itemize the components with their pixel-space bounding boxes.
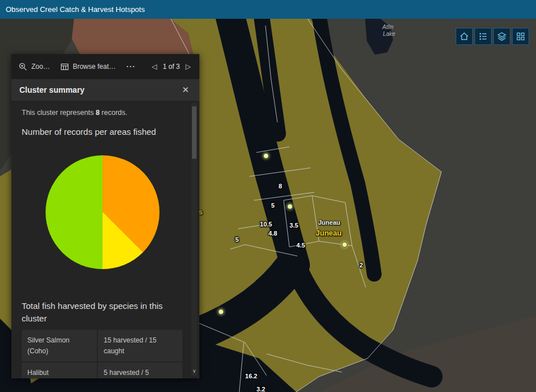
- legend-icon: [478, 31, 488, 42]
- pie-chart[interactable]: [46, 155, 159, 269]
- popup-title: Cluster summary: [19, 85, 84, 94]
- layers-button[interactable]: [493, 28, 510, 45]
- table-row: Silver Salmon (Coho)15 harvested / 15 ca…: [22, 330, 182, 361]
- map-canvas[interactable]: 8510.54.83.54.55216.23.2AtlinLakeJuneauJ…: [0, 19, 536, 392]
- chevron-right-icon: ▷: [186, 63, 191, 71]
- ellipsis-icon: ⋯: [126, 64, 136, 69]
- browse-features-label: Browse feat…: [73, 63, 116, 71]
- home-icon: [459, 31, 469, 42]
- basemap-icon: [515, 31, 526, 42]
- next-feature-button[interactable]: ▷: [184, 61, 193, 72]
- home-button[interactable]: [456, 28, 473, 45]
- popup-toolbar: Zoo… Browse feat… ⋯ ◁ 1 of 3 ▷: [11, 54, 199, 79]
- basemap-button[interactable]: [512, 28, 529, 45]
- species-cell: Silver Salmon (Coho): [22, 330, 97, 361]
- legend-button[interactable]: [474, 28, 492, 45]
- chevron-left-icon: ◁: [152, 63, 157, 71]
- close-icon: ✕: [182, 85, 189, 94]
- more-options-button[interactable]: ⋯: [121, 54, 141, 79]
- species-cell: Halibut: [22, 362, 97, 378]
- record-count: 8: [96, 109, 100, 117]
- popup-scrollbar[interactable]: ∨: [191, 103, 197, 376]
- layers-icon: [497, 31, 507, 42]
- scrollbar-thumb[interactable]: [192, 106, 197, 159]
- zoom-to-label: Zoo…: [31, 63, 50, 71]
- close-button[interactable]: ✕: [179, 84, 191, 96]
- cluster-summary-text: This cluster represents 8 records.: [22, 109, 182, 117]
- popup-header: Cluster summary ✕: [11, 79, 199, 101]
- table-icon: [60, 63, 69, 71]
- pagination-label: 1 of 3: [163, 63, 180, 71]
- prev-feature-button[interactable]: ◁: [150, 61, 159, 72]
- species-table: Silver Salmon (Coho)15 harvested / 15 ca…: [22, 330, 182, 378]
- chart-title: Number of records per areas fished: [22, 126, 181, 138]
- species-table-title: Total fish harvested by species in this …: [22, 300, 181, 325]
- map-toolbar: [456, 28, 529, 45]
- scroll-down-arrow[interactable]: ∨: [191, 368, 197, 375]
- harvest-value-cell: 5 harvested / 5: [98, 362, 182, 378]
- feature-pagination: ◁ 1 of 3 ▷: [150, 61, 198, 72]
- browse-features-button[interactable]: Browse feat…: [55, 54, 121, 79]
- popup-panel: Zoo… Browse feat… ⋯ ◁ 1 of 3 ▷: [11, 54, 199, 378]
- table-row: Halibut5 harvested / 5: [22, 362, 182, 378]
- popup-content: This cluster represents 8 records. Numbe…: [11, 101, 199, 378]
- harvest-value-cell: 15 harvested / 15 caught: [98, 330, 182, 361]
- page-title: Observed Creel Catch & Harvest Hotspots: [6, 5, 145, 14]
- app-window: Observed Creel Catch & Harvest Hotspots: [0, 0, 536, 392]
- app-header: Observed Creel Catch & Harvest Hotspots: [0, 0, 536, 19]
- zoom-icon: [19, 63, 27, 71]
- zoom-to-button[interactable]: Zoo…: [14, 54, 55, 79]
